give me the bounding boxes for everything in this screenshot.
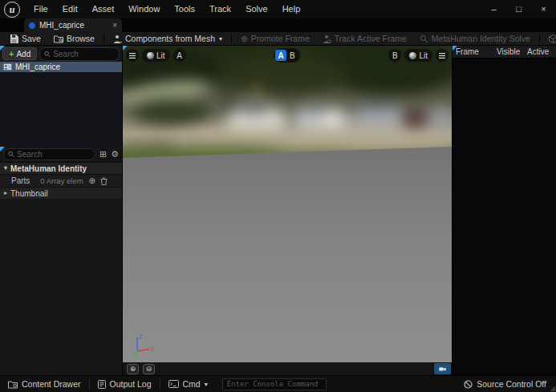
zoom-out-button[interactable]: ⊖ — [143, 364, 155, 374]
lit-mode-button-a[interactable]: Lit — [142, 49, 170, 62]
panel-corner-indicator — [0, 46, 5, 51]
orientation-gizmo: Z X Y — [129, 332, 156, 359]
parts-row: Parts 0 Array elem ⊕ — [0, 175, 122, 187]
identity-solve-label: MetaHuman Identity Solve — [432, 34, 530, 43]
outliner-toolbar: + Add — [0, 46, 122, 62]
section-metahuman-identity[interactable]: ▾ MetaHuman Identity — [0, 162, 122, 175]
source-control-button[interactable]: Source Control Off — [459, 378, 556, 390]
track-person-icon — [323, 34, 331, 43]
output-log-button[interactable]: Output Log — [90, 376, 160, 392]
promote-frame-button[interactable]: ⊕ Promote Frame — [234, 32, 316, 45]
zoom-in-button[interactable]: ⊕ — [127, 364, 139, 374]
parts-label: Parts — [11, 176, 30, 185]
identity-solve-button[interactable]: MetaHuman Identity Solve — [413, 32, 537, 45]
tab-row: MHI_caprice × — [0, 18, 556, 32]
menu-solve[interactable]: Solve — [238, 0, 275, 18]
menu-tools[interactable]: Tools — [167, 0, 202, 18]
browse-folder-icon — [54, 34, 63, 43]
lit-mode-button-b[interactable]: Lit — [404, 49, 432, 62]
lit-sphere-icon — [147, 52, 154, 59]
view-a-button[interactable]: A — [173, 49, 186, 62]
frame-panel: Frame Visible Active — [452, 46, 556, 375]
column-frame: Frame — [456, 47, 497, 56]
viewport-canvas[interactable]: Lit A A B B Lit Z X Y ⊕ ⊖ — [123, 46, 452, 375]
viewport-bottom-bar: ⊕ ⊖ — [123, 362, 452, 375]
outliner-search[interactable] — [39, 47, 120, 61]
tab-title: MHI_caprice — [39, 21, 112, 30]
tab-close-icon[interactable]: × — [112, 21, 117, 30]
promote-frame-label: Promote Frame — [251, 34, 310, 43]
cmd-dropdown-button[interactable]: Cmd ▾ — [160, 376, 216, 392]
resize-grip[interactable] — [550, 386, 555, 391]
details-panel: ⊞ ⚙ ▾ MetaHuman Identity Parts 0 Array e… — [0, 147, 122, 375]
menu-file[interactable]: File — [26, 0, 55, 18]
axis-z-label: Z — [139, 333, 143, 339]
content-drawer-button[interactable]: Content Drawer — [0, 376, 89, 392]
track-active-frame-button[interactable]: Track Active Frame — [316, 32, 413, 45]
plus-icon: + — [9, 50, 14, 59]
thumbnail-row[interactable]: ▸ Thumbnail — [0, 187, 122, 199]
camera-icon — [439, 366, 446, 373]
axis-y-label: Y — [134, 354, 138, 359]
view-b-button[interactable]: B — [388, 49, 401, 62]
menu-help[interactable]: Help — [275, 0, 308, 18]
save-label: Save — [22, 34, 41, 43]
chevron-down-icon: ▾ — [205, 381, 208, 388]
browse-button[interactable]: Browse — [47, 32, 101, 45]
console-command-input[interactable] — [222, 378, 327, 390]
view-b-option[interactable]: B — [290, 51, 298, 60]
view-a-selected[interactable]: A — [275, 50, 286, 61]
camera-view-button[interactable] — [434, 363, 451, 374]
mesh-to-metahuman-button[interactable]: Mesh to MetaHuman — [542, 32, 556, 45]
outliner-tree: MHI_caprice — [0, 62, 122, 147]
ab-view-toggle[interactable]: A B — [274, 48, 300, 63]
save-button[interactable]: Save — [3, 32, 47, 45]
identity-asset-icon — [3, 63, 12, 71]
viewport-menu-icon[interactable] — [126, 49, 139, 62]
frame-panel-header: Frame Visible Active — [453, 46, 556, 59]
settings-gear-icon[interactable]: ⚙ — [111, 150, 119, 159]
caret-right-icon: ▸ — [4, 190, 7, 196]
menu-bar: File Edit Asset Window Tools Track Solve… — [26, 0, 307, 18]
components-from-mesh-button[interactable]: + Components from Mesh ▾ — [107, 32, 229, 45]
mesh-cube-icon — [549, 34, 556, 43]
console-icon — [168, 380, 179, 388]
outliner-search-input[interactable] — [53, 50, 115, 59]
menu-asset[interactable]: Asset — [85, 0, 122, 18]
column-active: Active — [527, 47, 553, 56]
browse-label: Browse — [67, 34, 95, 43]
menu-track[interactable]: Track — [202, 0, 238, 18]
promote-frame-icon: ⊕ — [241, 34, 248, 43]
lit-label: Lit — [419, 51, 428, 60]
column-visible: Visible — [497, 47, 527, 56]
panel-corner-indicator — [0, 147, 5, 152]
tree-item-mhi-caprice[interactable]: MHI_caprice — [0, 62, 122, 72]
minimize-button[interactable]: – — [481, 0, 506, 18]
identity-solve-icon — [420, 34, 428, 43]
components-person-icon: + — [113, 34, 122, 43]
chevron-down-icon: ▾ — [219, 35, 222, 42]
add-element-icon[interactable]: ⊕ — [89, 177, 95, 185]
status-bar: Content Drawer Output Log Cmd ▾ Source C… — [0, 375, 556, 392]
add-button[interactable]: + Add — [2, 47, 37, 60]
viewport-controls-left: Lit A — [126, 49, 186, 62]
maximize-button[interactable]: □ — [506, 0, 531, 18]
output-log-icon — [98, 380, 106, 389]
lit-label: Lit — [156, 51, 165, 60]
svg-text:+: + — [120, 39, 122, 43]
title-bar: u File Edit Asset Window Tools Track Sol… — [0, 0, 556, 18]
menu-edit[interactable]: Edit — [55, 0, 85, 18]
parts-actions: ⊕ — [89, 177, 108, 185]
trash-icon[interactable] — [100, 177, 108, 185]
toolbar-separator — [103, 34, 104, 43]
viewport-menu-icon[interactable] — [436, 49, 448, 62]
close-button[interactable]: × — [531, 0, 556, 18]
content-drawer-label: Content Drawer — [22, 379, 81, 389]
asset-tab[interactable]: MHI_caprice × — [24, 18, 122, 32]
menu-window[interactable]: Window — [121, 0, 167, 18]
tree-item-label: MHI_caprice — [15, 63, 60, 71]
details-search-input[interactable] — [17, 150, 91, 159]
details-search[interactable] — [3, 148, 95, 160]
source-control-off-icon — [464, 380, 473, 389]
view-options-grid-icon[interactable]: ⊞ — [99, 150, 107, 159]
